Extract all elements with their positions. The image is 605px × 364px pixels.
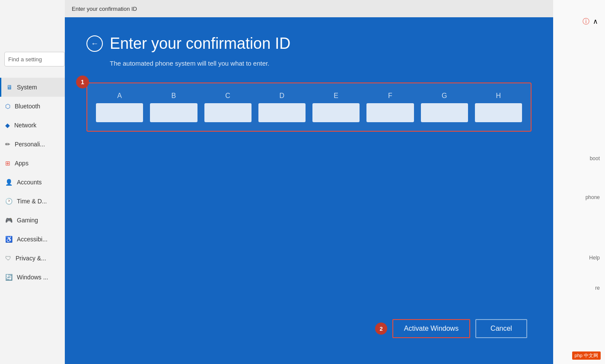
col-label-a: A [117, 92, 122, 100]
clock-icon: 🕐 [5, 198, 13, 205]
sidebar-item-network[interactable]: ◆ Network [0, 116, 69, 135]
account-icon: 👤 [5, 179, 13, 186]
col-label-b: B [172, 92, 176, 100]
right-panel: ⓘ ∧ boot phone Help re [549, 0, 605, 364]
input-column-d: D [258, 92, 306, 122]
input-column-b: B [150, 92, 197, 122]
right-panel-controls: ⓘ ∧ [583, 17, 598, 26]
input-column-e: E [312, 92, 360, 122]
step2-badge: 2 [375, 323, 387, 335]
system-icon: 🖥 [6, 84, 13, 91]
sidebar-item-gaming[interactable]: 🎮 Gaming [0, 211, 69, 230]
network-icon: ◆ [5, 122, 10, 129]
back-arrow-icon: ← [91, 39, 99, 48]
sidebar-item-windows-update[interactable]: 🔄 Windows ... [0, 268, 69, 287]
sidebar-item-accounts[interactable]: 👤 Accounts [0, 173, 69, 192]
sidebar-item-accessibility[interactable]: ♿ Accessibi... [0, 230, 69, 249]
confirmation-input-box: A B C D [86, 82, 532, 132]
sidebar-item-personalization[interactable]: ✏ Personali... [0, 135, 69, 154]
more-label: re [595, 285, 600, 291]
sidebar-item-apps[interactable]: ⊞ Apps [0, 154, 69, 173]
phone-label: phone [586, 194, 600, 200]
col-label-d: D [280, 92, 285, 100]
input-column-h: H [475, 92, 522, 122]
bluetooth-icon: ⬡ [5, 103, 10, 110]
input-column-c: C [204, 92, 252, 122]
sidebar-item-privacy[interactable]: 🛡 Privacy &... [0, 249, 69, 268]
back-button[interactable]: ← [86, 35, 103, 52]
input-columns-container: A B C D [96, 92, 522, 122]
privacy-icon: 🛡 [5, 255, 11, 262]
collapse-icon[interactable]: ∧ [593, 17, 598, 26]
input-field-d[interactable] [258, 103, 306, 122]
input-column-a: A [96, 92, 143, 122]
input-field-c[interactable] [204, 103, 252, 122]
reboot-label: boot [590, 155, 600, 161]
col-label-c: C [225, 92, 230, 100]
input-column-g: G [421, 92, 468, 122]
sidebar-item-time[interactable]: 🕐 Time & D... [0, 192, 69, 211]
col-label-h: H [496, 92, 501, 100]
input-field-h[interactable] [475, 103, 522, 122]
input-field-f[interactable] [366, 103, 414, 122]
sidebar-item-system[interactable]: 🖥 System [0, 78, 69, 97]
activate-windows-button[interactable]: Activate Windows [392, 319, 470, 338]
dialog-titlebar: Enter your confirmation ID [65, 0, 553, 17]
search-text: Find a setting [8, 56, 42, 63]
input-field-e[interactable] [312, 103, 360, 122]
cancel-button[interactable]: Cancel [475, 319, 527, 338]
update-icon: 🔄 [5, 274, 13, 281]
input-field-g[interactable] [421, 103, 468, 122]
dialog-footer: 2 Activate Windows Cancel [375, 319, 527, 338]
dialog-container: Enter your confirmation ID ← Enter your … [65, 0, 553, 364]
col-label-g: G [442, 92, 447, 100]
dialog-body: ← Enter your confirmation ID The automat… [65, 17, 553, 364]
input-field-a[interactable] [96, 103, 143, 122]
dialog-title: Enter your confirmation ID [110, 35, 290, 53]
brush-icon: ✏ [5, 141, 10, 148]
dialog-subtitle: The automated phone system will tell you… [110, 60, 532, 67]
search-box[interactable]: Find a setting [4, 52, 65, 66]
input-column-f: F [366, 92, 414, 122]
watermark: php 中文网 [572, 351, 601, 360]
gaming-icon: 🎮 [5, 217, 13, 224]
dialog-header: ← Enter your confirmation ID [86, 35, 532, 53]
input-field-b[interactable] [150, 103, 197, 122]
dialog-titlebar-text: Enter your confirmation ID [72, 6, 137, 12]
info-icon[interactable]: ⓘ [583, 17, 589, 26]
help-label: Help [589, 255, 600, 261]
col-label-e: E [334, 92, 338, 100]
confirmation-input-section: 1 A B C [86, 82, 532, 132]
sidebar-item-bluetooth[interactable]: ⬡ Bluetooth [0, 97, 69, 116]
apps-icon: ⊞ [5, 160, 10, 167]
accessibility-icon: ♿ [5, 236, 13, 243]
step1-badge: 1 [76, 76, 89, 89]
col-label-f: F [388, 92, 392, 100]
